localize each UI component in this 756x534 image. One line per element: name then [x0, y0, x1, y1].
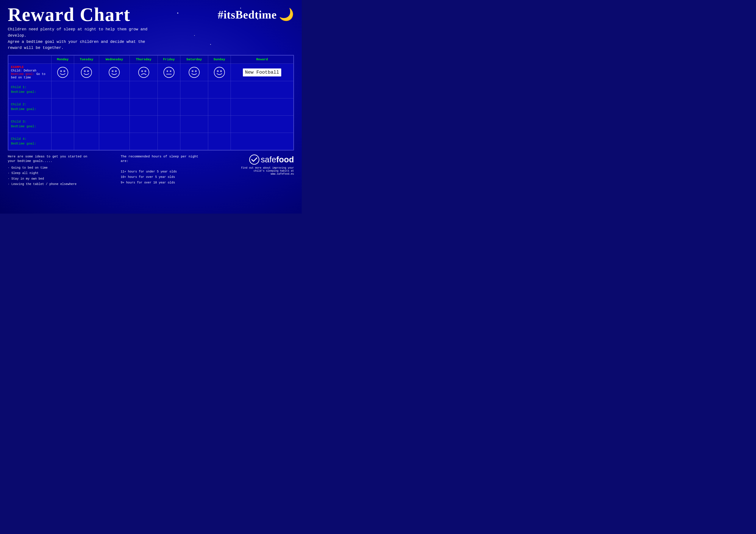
child-prefix: Child:	[11, 69, 24, 72]
child2-label-cell: Child 2: Bedtime goal:	[9, 98, 51, 115]
child1-thursday	[130, 81, 157, 98]
child4-thursday	[130, 133, 157, 150]
hours-heading: The recommended hours of sleep per night…	[121, 154, 202, 164]
svg-point-12	[164, 67, 174, 78]
svg-point-9	[138, 67, 149, 78]
idea-1: · Going to bed on time	[8, 165, 94, 170]
child3-bedtime-label: Bedtime goal:	[11, 125, 36, 128]
col-header-label	[9, 56, 51, 64]
footer-safefood: safefood Find out more about improving y…	[229, 154, 294, 175]
moon-icon: 🌙	[279, 7, 294, 22]
child4-wednesday	[99, 133, 130, 150]
svg-point-18	[195, 71, 196, 72]
child3-reward	[230, 115, 293, 133]
child2-monday	[51, 98, 74, 115]
table-row-child1: Child 1: Bedtime goal:	[9, 81, 293, 98]
child2-saturday	[180, 98, 208, 115]
child3-label-cell: Child 3: Bedtime goal:	[9, 115, 51, 133]
child3-friday	[157, 115, 180, 133]
example-friday	[157, 64, 180, 81]
child1-label-cell: Child 1: Bedtime goal:	[9, 81, 51, 98]
idea-4: · Leaving the tablet / phone elsewhere	[8, 182, 94, 187]
idea-2: · Sleep all night	[8, 170, 94, 176]
food-text: food	[276, 155, 294, 164]
hashtag-block: #itsBedtime 🌙	[218, 5, 294, 22]
smiley-happy-3	[108, 66, 120, 78]
svg-point-2	[64, 71, 65, 72]
example-child-line: Child: Deborah	[11, 69, 50, 72]
footer: Here are some ideas to get you started o…	[8, 154, 294, 187]
smiley-neutral	[163, 66, 175, 78]
hours-1: 11+ hours for under 5 year olds	[121, 169, 202, 174]
child1-reward	[230, 81, 293, 98]
example-bedtime-line: Bedtime goal: Go to bed on time	[11, 72, 50, 79]
child2-wednesday	[99, 98, 130, 115]
col-header-reward: Reward	[230, 56, 293, 64]
table-row-child3: Child 3: Bedtime goal:	[9, 115, 293, 133]
svg-point-17	[192, 71, 193, 72]
child1-label: Child 1:	[11, 86, 50, 89]
example-monday	[51, 64, 74, 81]
child3-saturday	[180, 115, 208, 133]
child3-label: Child 3:	[11, 120, 50, 124]
safefood-text: safefood	[261, 155, 294, 164]
subtitle-line2: Agree a bedtime goal with your children …	[8, 39, 154, 51]
example-wednesday	[99, 64, 130, 81]
child4-monday	[51, 133, 74, 150]
child2-reward	[230, 98, 293, 115]
child2-bedtime-label: Bedtime goal:	[11, 108, 36, 111]
child2-sunday	[208, 98, 230, 115]
smiley-happy-5	[213, 66, 226, 78]
child1-bedtime-label: Bedtime goal:	[11, 90, 36, 94]
svg-point-20	[217, 71, 219, 72]
reward-table-wrapper: Monday Tuesday Wednesday Thursday Friday…	[8, 55, 294, 150]
child3-thursday	[130, 115, 157, 133]
svg-point-0	[58, 67, 68, 78]
hashtag-text: #itsBedtime	[218, 9, 277, 21]
child3-tuesday	[74, 115, 99, 133]
svg-point-6	[109, 67, 120, 78]
svg-point-19	[214, 67, 225, 78]
svg-point-10	[141, 71, 143, 72]
svg-point-5	[88, 71, 89, 72]
col-header-thursday: Thursday	[130, 56, 157, 64]
example-cell-label: EXAMPLE Child: Deborah Bedtime goal: Go …	[9, 64, 51, 81]
child2-tuesday	[74, 98, 99, 115]
child4-friday	[157, 133, 180, 150]
svg-point-11	[145, 71, 146, 72]
child4-label-cell: Child 4: Bedtime goal:	[9, 133, 51, 150]
reward-table: Monday Tuesday Wednesday Thursday Friday…	[8, 55, 293, 150]
svg-point-8	[115, 71, 117, 72]
idea-3: · Stay in my own bed	[8, 176, 94, 182]
child2-label: Child 2:	[11, 103, 50, 106]
svg-point-1	[61, 71, 62, 72]
col-header-friday: Friday	[157, 56, 180, 64]
svg-point-13	[167, 71, 168, 72]
page-title: Reward Chart	[8, 5, 130, 24]
child1-tuesday	[74, 81, 99, 98]
example-label: EXAMPLE	[11, 65, 50, 69]
smiley-sad	[138, 66, 150, 78]
hours-2: 10+ hours for over 5 year olds	[121, 174, 202, 180]
table-header-row: Monday Tuesday Wednesday Thursday Friday…	[9, 56, 293, 64]
bedtime-prefix: Bedtime goal:	[11, 72, 37, 76]
child4-sunday	[208, 133, 230, 150]
col-header-sunday: Sunday	[208, 56, 230, 64]
example-thursday	[130, 64, 157, 81]
child4-tuesday	[74, 133, 99, 150]
page-header: Reward Chart #itsBedtime 🌙	[8, 5, 294, 24]
table-row-child2: Child 2: Bedtime goal:	[9, 98, 293, 115]
child2-thursday	[130, 98, 157, 115]
child4-label: Child 4:	[11, 137, 50, 141]
table-row-child4: Child 4: Bedtime goal:	[9, 133, 293, 150]
title-block: Reward Chart	[8, 5, 130, 24]
hours-3: 9+ hours for over 10 year olds	[121, 180, 202, 185]
svg-point-7	[112, 71, 113, 72]
svg-point-21	[221, 71, 222, 72]
child1-wednesday	[99, 81, 130, 98]
table-row-example: EXAMPLE Child: Deborah Bedtime goal: Go …	[9, 64, 293, 81]
footer-hours: The recommended hours of sleep per night…	[121, 154, 202, 185]
child2-friday	[157, 98, 180, 115]
svg-point-22	[250, 155, 259, 164]
smiley-happy-1	[57, 66, 69, 78]
